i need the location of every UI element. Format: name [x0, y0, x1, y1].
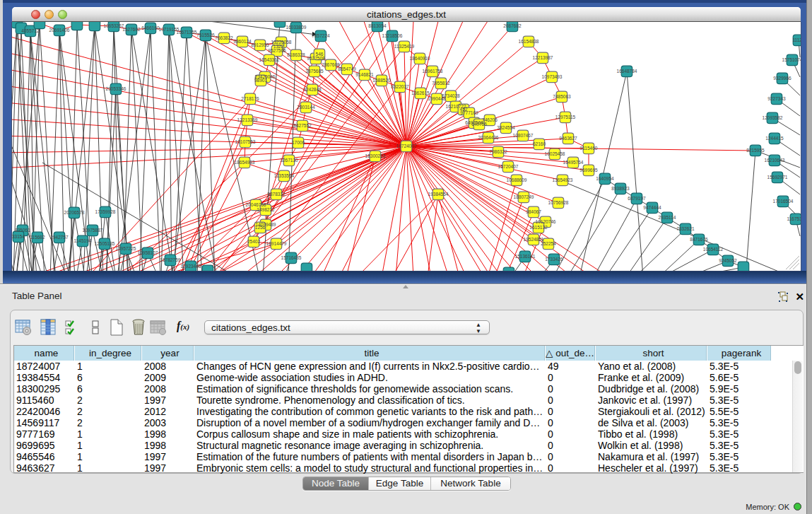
svg-text:10653267: 10653267 [104, 23, 124, 28]
svg-text:16914479: 16914479 [266, 241, 287, 246]
svg-text:984067: 984067 [526, 209, 541, 214]
svg-text:3875685: 3875685 [305, 69, 324, 74]
svg-text:16543362: 16543362 [259, 57, 280, 62]
svg-text:9527508: 9527508 [307, 56, 325, 61]
svg-text:15495764: 15495764 [563, 160, 584, 165]
svg-text:6879197: 6879197 [628, 196, 646, 201]
svg-text:16961758: 16961758 [423, 69, 443, 74]
svg-text:20364436: 20364436 [478, 135, 499, 140]
svg-text:649756: 649756 [471, 122, 487, 127]
svg-text:9463627: 9463627 [559, 136, 577, 141]
svg-text:12093582: 12093582 [763, 115, 783, 120]
svg-text:12923446: 12923446 [181, 264, 201, 269]
svg-text:9699695: 9699695 [579, 168, 598, 173]
svg-text:18654983: 18654983 [235, 160, 255, 165]
svg-text:12213369: 12213369 [237, 117, 258, 122]
svg-text:8912955: 8912955 [251, 42, 269, 47]
svg-text:15716485: 15716485 [281, 255, 302, 260]
svg-text:29053346: 29053346 [106, 86, 126, 91]
svg-text:10688609: 10688609 [507, 177, 527, 182]
svg-text:9227343: 9227343 [767, 96, 786, 101]
svg-text:3824554: 3824554 [497, 125, 515, 130]
svg-text:9860124: 9860124 [233, 39, 252, 44]
svg-text:13654923: 13654923 [553, 177, 573, 182]
svg-text:10107553: 10107553 [235, 139, 256, 144]
svg-text:2867608: 2867608 [322, 62, 340, 67]
svg-text:17016504: 17016504 [773, 199, 794, 204]
svg-text:3267130: 3267130 [280, 158, 298, 163]
svg-text:1615132: 1615132 [529, 225, 548, 230]
svg-text:2942757: 2942757 [50, 235, 69, 240]
svg-text:6466160: 6466160 [141, 25, 160, 30]
svg-text:8427552: 8427552 [293, 123, 312, 128]
svg-text:12975115: 12975115 [555, 115, 576, 119]
svg-text:115682: 115682 [30, 235, 45, 240]
svg-text:12213987: 12213987 [533, 55, 553, 60]
svg-text:12505135: 12505135 [95, 241, 115, 246]
svg-text:1640954: 1640954 [596, 176, 614, 181]
svg-text:8186328: 8186328 [287, 52, 305, 57]
svg-text:10654112: 10654112 [703, 247, 724, 252]
svg-text:15692971: 15692971 [767, 175, 788, 180]
svg-text:9245052: 9245052 [719, 258, 737, 263]
svg-text:7515526: 7515526 [196, 33, 215, 37]
svg-text:1498222: 1498222 [257, 207, 275, 212]
svg-text:62160: 62160 [533, 141, 546, 146]
svg-text:9329966: 9329966 [773, 76, 792, 81]
svg-text:17006: 17006 [292, 140, 305, 145]
svg-text:17957225: 17957225 [116, 246, 136, 251]
svg-text:33154: 33154 [12, 234, 25, 239]
svg-text:8215955: 8215955 [746, 148, 765, 153]
svg-text:9146821: 9146821 [355, 72, 374, 77]
svg-text:11353594: 11353594 [274, 173, 295, 178]
svg-text:15720407: 15720407 [498, 164, 519, 169]
svg-text:19384554: 19384554 [428, 192, 449, 197]
svg-text:25402: 25402 [247, 239, 260, 244]
svg-text:11124: 11124 [792, 37, 801, 42]
svg-text:18724007: 18724007 [396, 144, 417, 148]
svg-text:7955812: 7955812 [432, 81, 450, 86]
svg-text:8938923: 8938923 [611, 186, 630, 191]
svg-text:2935114: 2935114 [659, 215, 676, 220]
svg-text:18300215: 18300215 [365, 153, 386, 158]
svg-text:9527506: 9527506 [268, 48, 286, 53]
svg-text:8322037: 8322037 [391, 84, 409, 89]
svg-text:8878332: 8878332 [267, 192, 286, 197]
svg-text:8471676: 8471676 [690, 237, 708, 242]
svg-text:9115460: 9115460 [580, 146, 598, 151]
svg-text:8654749: 8654749 [338, 66, 356, 71]
svg-text:10807467: 10807467 [513, 133, 534, 138]
svg-text:13218506: 13218506 [382, 33, 403, 38]
svg-text:2087682: 2087682 [503, 23, 522, 28]
svg-text:18640910: 18640910 [410, 56, 430, 61]
svg-text:252254: 252254 [541, 241, 556, 246]
svg-text:98901: 98901 [254, 78, 267, 83]
svg-text:10958107: 10958107 [138, 250, 158, 255]
svg-text:10756928: 10756928 [548, 200, 569, 205]
svg-text:20206578: 20206578 [64, 210, 85, 215]
svg-text:11325419: 11325419 [394, 44, 415, 49]
svg-text:16210643: 16210643 [765, 158, 785, 163]
svg-text:1256: 1256 [255, 225, 266, 230]
svg-text:8813054: 8813054 [368, 23, 387, 28]
svg-text:7857224: 7857224 [312, 33, 330, 38]
svg-text:15136141: 15136141 [515, 254, 536, 259]
svg-text:7986322: 7986322 [489, 149, 507, 154]
svg-text:16154838: 16154838 [519, 39, 539, 44]
svg-text:9474444: 9474444 [643, 205, 661, 210]
svg-text:746206: 746206 [482, 117, 498, 122]
svg-text:1167533: 1167533 [787, 216, 801, 221]
svg-text:7663822: 7663822 [215, 35, 233, 40]
svg-text:546: 546 [316, 52, 324, 57]
svg-text:1527602: 1527602 [122, 27, 141, 32]
svg-text:835061: 835061 [15, 228, 30, 233]
svg-text:9242848: 9242848 [303, 87, 322, 92]
svg-text:20691406: 20691406 [49, 28, 70, 33]
svg-text:18807249: 18807249 [514, 194, 534, 199]
svg-text:15751074: 15751074 [782, 57, 801, 62]
svg-text:16648784: 16648784 [617, 69, 637, 74]
svg-text:4055712: 4055712 [21, 28, 40, 33]
svg-text:10973493: 10973493 [542, 74, 563, 79]
svg-text:2803144: 2803144 [297, 105, 315, 110]
svg-text:7632621: 7632621 [676, 226, 695, 231]
